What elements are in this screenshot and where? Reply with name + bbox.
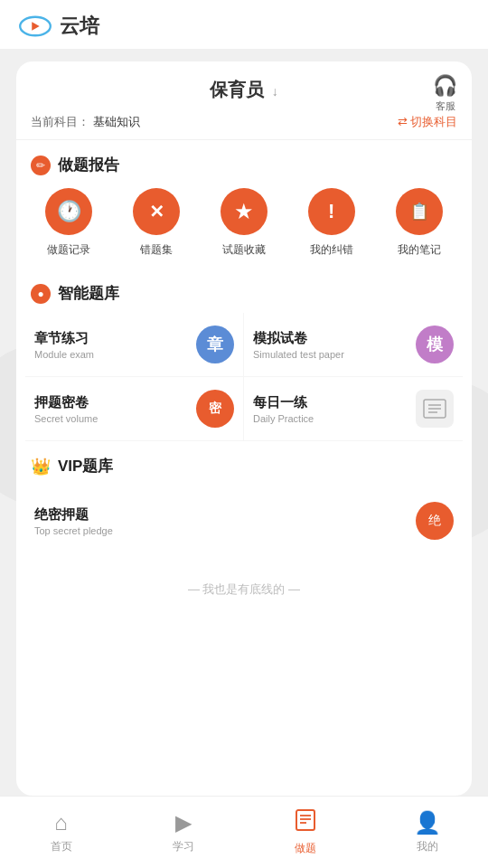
vip-section-header: 👑 VIP题库 <box>16 441 472 486</box>
report-section-title: 做题报告 <box>58 155 119 175</box>
nav-label-learn: 学习 <box>173 839 194 854</box>
vip-topsecret-title: 绝密押题 <box>34 506 113 524</box>
smart-item-chapter-text: 章节练习 Module exam <box>34 330 94 360</box>
customer-service-icon: 🎧 <box>433 74 457 98</box>
smart-chapter-title: 章节练习 <box>34 330 94 347</box>
report-label-notes: 我的笔记 <box>398 242 441 258</box>
subject-info: 当前科目： 基础知识 <box>31 113 140 130</box>
smart-mock-subtitle: Simulated test paper <box>253 349 344 360</box>
nav-item-mine[interactable]: 👤 我的 <box>366 797 488 868</box>
nav-label-mine: 我的 <box>417 839 438 854</box>
subject-prefix: 当前科目： <box>31 115 89 128</box>
report-icon-collect: ★ <box>221 188 267 235</box>
customer-service-label: 客服 <box>436 99 455 113</box>
report-icon-wrong: ✕ <box>133 188 180 235</box>
mine-icon: 👤 <box>414 810 441 835</box>
bottom-nav: ⌂ 首页 ▶ 学习 做题 👤 我的 <box>0 796 488 868</box>
nav-label-practice: 做题 <box>295 841 316 856</box>
smart-chapter-subtitle: Module exam <box>34 349 94 360</box>
card-title-arrow: ↓ <box>272 84 278 99</box>
smart-section-title: 智能题库 <box>58 283 119 304</box>
vip-topsecret-text: 绝密押题 Top secret pledge <box>34 506 113 536</box>
subject-name: 基础知识 <box>93 115 140 128</box>
report-item-notes[interactable]: 📋 我的笔记 <box>396 188 443 258</box>
smart-item-mock-text: 模拟试卷 Simulated test paper <box>253 330 344 360</box>
report-section-header: ✏ 做题报告 <box>16 140 472 184</box>
report-grid: 🕐 做题记录 ✕ 错题集 ★ 试题收藏 ! 我的纠错 📋 我的笔记 <box>16 184 472 269</box>
vip-section-title: VIP题库 <box>58 456 113 476</box>
report-icon-correct: ! <box>308 188 355 235</box>
report-label-collect: 试题收藏 <box>222 242 266 258</box>
switch-subject-button[interactable]: ⇄ 切换科目 <box>398 114 457 130</box>
svg-rect-6 <box>296 810 314 830</box>
nav-item-home[interactable]: ⌂ 首页 <box>0 797 122 868</box>
vip-section-icon: 👑 <box>31 457 51 476</box>
report-item-wrong[interactable]: ✕ 错题集 <box>133 188 180 258</box>
smart-mock-badge: 模 <box>416 326 454 363</box>
smart-daily-subtitle: Daily Practice <box>253 413 314 424</box>
home-icon: ⌂ <box>54 810 68 835</box>
nav-item-learn[interactable]: ▶ 学习 <box>122 797 244 868</box>
report-icon-record: 🕐 <box>45 188 92 235</box>
vip-topsecret-subtitle: Top secret pledge <box>34 525 113 536</box>
smart-item-secret-text: 押题密卷 Secret volume <box>34 394 98 424</box>
report-label-correct: 我的纠错 <box>310 242 353 258</box>
switch-label: 切换科目 <box>410 114 457 130</box>
vip-topsecret-badge: 绝 <box>416 502 454 540</box>
nav-item-practice[interactable]: 做题 <box>244 797 366 868</box>
bottom-divider-text: — 我也是有底线的 — <box>16 563 472 607</box>
logo-text: 云培 <box>60 13 99 40</box>
nav-label-home: 首页 <box>51 839 72 854</box>
smart-item-daily[interactable]: 每日一练 Daily Practice <box>244 377 463 441</box>
smart-item-daily-text: 每日一练 Daily Practice <box>253 394 314 424</box>
report-item-collect[interactable]: ★ 试题收藏 <box>221 188 267 258</box>
subject-bar: 当前科目： 基础知识 ⇄ 切换科目 <box>16 109 472 140</box>
vip-grid: 绝密押题 Top secret pledge 绝 <box>16 486 472 563</box>
report-item-correct[interactable]: ! 我的纠错 <box>308 188 355 258</box>
switch-icon: ⇄ <box>398 115 408 128</box>
main-card: 保育员 ↓ 🎧 客服 当前科目： 基础知识 ⇄ 切换科目 ✏ 做题报告 🕐 做题… <box>16 61 472 796</box>
smart-mock-title: 模拟试卷 <box>253 330 344 347</box>
report-label-record: 做题记录 <box>47 242 90 258</box>
smart-secret-subtitle: Secret volume <box>34 413 98 424</box>
app-header: 云培 <box>0 0 488 49</box>
card-header: 保育员 ↓ 🎧 客服 <box>16 61 472 109</box>
learn-icon: ▶ <box>175 810 192 835</box>
customer-service-button[interactable]: 🎧 客服 <box>433 74 457 113</box>
svg-marker-1 <box>32 22 39 30</box>
smart-daily-title: 每日一练 <box>253 394 314 411</box>
card-title: 保育员 <box>210 80 264 99</box>
practice-icon <box>294 808 317 837</box>
smart-secret-title: 押题密卷 <box>34 394 98 411</box>
report-item-record[interactable]: 🕐 做题记录 <box>45 188 92 258</box>
report-section-icon: ✏ <box>31 156 51 175</box>
logo-area: 云培 <box>18 13 99 40</box>
smart-grid: 章节练习 Module exam 章 模拟试卷 Simulated test p… <box>16 313 472 441</box>
smart-chapter-badge: 章 <box>196 326 234 363</box>
logo-icon <box>18 14 52 39</box>
smart-section-icon: ● <box>31 284 51 304</box>
smart-daily-badge <box>416 390 454 428</box>
smart-item-chapter[interactable]: 章节练习 Module exam 章 <box>25 313 244 377</box>
smart-item-mock[interactable]: 模拟试卷 Simulated test paper 模 <box>244 313 463 377</box>
vip-item-topsecret[interactable]: 绝密押题 Top secret pledge 绝 <box>25 489 463 552</box>
report-label-wrong: 错题集 <box>140 242 173 258</box>
smart-secret-badge: 密 <box>196 390 234 428</box>
smart-item-secret[interactable]: 押题密卷 Secret volume 密 <box>25 377 244 441</box>
smart-section-header: ● 智能题库 <box>16 269 472 313</box>
report-icon-notes: 📋 <box>396 188 443 235</box>
